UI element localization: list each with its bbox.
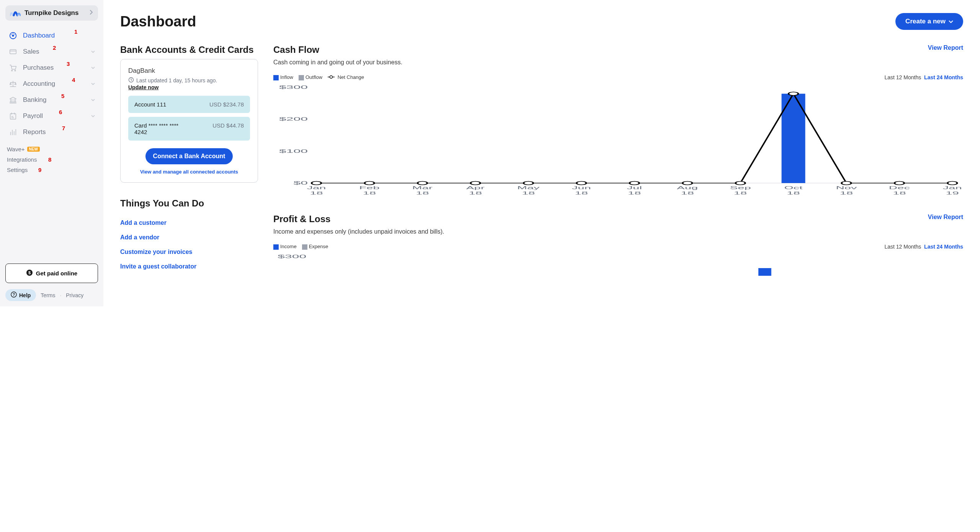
- view-manage-accounts-link[interactable]: View and manage all connected accounts: [128, 169, 250, 175]
- svg-text:18: 18: [787, 191, 800, 195]
- settings-label: Settings: [7, 167, 28, 173]
- profitloss-subtitle: Income and expenses only (includes unpai…: [273, 228, 444, 235]
- connect-bank-button[interactable]: Connect a Bank Account: [145, 148, 233, 164]
- svg-text:Aug: Aug: [677, 185, 698, 190]
- svg-text:18: 18: [575, 191, 588, 195]
- svg-text:?: ?: [13, 293, 15, 297]
- netchange-legend-label: Net Change: [338, 74, 364, 80]
- terms-link[interactable]: Terms: [41, 292, 55, 298]
- account-row[interactable]: Account 111USD $234.78: [128, 96, 250, 113]
- annotation-number: 3: [67, 61, 70, 67]
- cashflow-chart: $0$100$200$300Jan18Feb18Mar18Apr18May18J…: [273, 83, 963, 198]
- sidebar-item-integrations[interactable]: Integrations 8: [7, 154, 96, 165]
- balance-icon: [8, 80, 18, 88]
- svg-text:18: 18: [840, 191, 853, 195]
- chevron-down-icon: [91, 81, 95, 87]
- inflow-swatch-icon: [273, 75, 279, 80]
- profitloss-view-report-link[interactable]: View Report: [928, 214, 963, 221]
- svg-point-1: [12, 34, 14, 37]
- profitloss-last24-toggle[interactable]: Last 24 Months: [924, 244, 963, 250]
- create-new-button[interactable]: Create a new: [895, 13, 963, 30]
- cashflow-last12-toggle[interactable]: Last 12 Months: [884, 74, 921, 80]
- svg-text:$300: $300: [278, 254, 306, 259]
- clock-icon: [128, 77, 134, 84]
- inflow-legend-label: Inflow: [280, 74, 293, 80]
- svg-text:Jun: Jun: [572, 185, 591, 190]
- svg-text:18: 18: [469, 191, 482, 195]
- svg-text:18: 18: [522, 191, 535, 195]
- annotation-number: 1: [74, 28, 77, 35]
- svg-point-25: [418, 182, 427, 185]
- svg-point-4: [13, 33, 13, 34]
- chevron-down-icon: [91, 49, 95, 54]
- sidebar-item-payroll[interactable]: Payroll6: [5, 108, 98, 124]
- wave-logo-icon: [10, 8, 21, 18]
- account-amount: USD $44.78: [212, 122, 244, 135]
- sidebar-item-sales[interactable]: Sales2: [5, 44, 98, 60]
- sidebar-item-dashboard[interactable]: Dashboard1: [5, 28, 98, 44]
- outflow-swatch-icon: [299, 75, 304, 80]
- sidebar-item-settings[interactable]: Settings 9: [7, 165, 96, 175]
- company-selector[interactable]: Turnpike Designs: [5, 5, 98, 21]
- netchange-marker-icon: [328, 75, 335, 80]
- cashflow-last24-toggle[interactable]: Last 24 Months: [924, 74, 963, 80]
- cashflow-subtitle: Cash coming in and going out of your bus…: [273, 59, 402, 66]
- nav-label: Payroll: [23, 112, 86, 120]
- svg-point-30: [683, 182, 692, 185]
- svg-point-8: [15, 70, 16, 71]
- things-section-title: Things You Can Do: [120, 198, 258, 209]
- sidebar-item-waveplus[interactable]: Wave+ NEW: [7, 144, 96, 154]
- action-link[interactable]: Add a customer: [120, 216, 258, 230]
- svg-text:Jan: Jan: [943, 185, 962, 190]
- dashboard-icon: [8, 31, 18, 40]
- waveplus-label: Wave+: [7, 146, 25, 152]
- annotation-number: 7: [62, 125, 65, 131]
- sidebar-item-reports[interactable]: Reports7: [5, 124, 98, 140]
- legend-outflow: Outflow: [299, 74, 322, 80]
- svg-text:Mar: Mar: [412, 185, 433, 190]
- nav-label: Banking: [23, 96, 86, 104]
- action-link[interactable]: Customize your invoices: [120, 245, 258, 259]
- help-label: Help: [19, 292, 31, 298]
- payroll-icon: [8, 112, 18, 120]
- account-label: Card **** **** **** 4242: [134, 122, 188, 135]
- svg-text:18: 18: [893, 191, 906, 195]
- nav-label: Purchases: [23, 64, 86, 72]
- help-button[interactable]: ? Help: [5, 289, 36, 301]
- svg-text:Feb: Feb: [359, 185, 379, 190]
- get-paid-online-button[interactable]: $ Get paid online: [5, 264, 98, 283]
- sidebar-item-banking[interactable]: Banking5: [5, 92, 98, 108]
- income-legend-label: Income: [280, 244, 297, 249]
- expense-legend-label: Expense: [309, 244, 328, 249]
- legend-inflow: Inflow: [273, 74, 293, 80]
- update-now-link[interactable]: Update now: [128, 84, 158, 90]
- expense-swatch-icon: [302, 244, 307, 250]
- svg-text:18: 18: [416, 191, 429, 195]
- account-label: Account 111: [134, 101, 166, 108]
- svg-rect-5: [10, 50, 16, 54]
- svg-point-16: [330, 76, 333, 79]
- chevron-down-icon: [91, 65, 95, 70]
- profitloss-last12-toggle[interactable]: Last 12 Months: [884, 244, 921, 250]
- svg-point-24: [364, 182, 374, 185]
- sidebar-item-accounting[interactable]: Accounting4: [5, 76, 98, 92]
- action-link[interactable]: Invite a guest collaborator: [120, 259, 258, 274]
- last-updated-text: Last updated 1 day, 15 hours ago.: [136, 77, 217, 83]
- svg-text:19: 19: [946, 191, 959, 195]
- action-link[interactable]: Add a vendor: [120, 230, 258, 245]
- svg-text:18: 18: [310, 191, 323, 195]
- help-icon: ?: [11, 291, 17, 299]
- reports-icon: [8, 128, 18, 136]
- svg-point-35: [947, 182, 957, 185]
- company-name: Turnpike Designs: [24, 9, 86, 17]
- privacy-link[interactable]: Privacy: [66, 292, 83, 298]
- chevron-down-icon: [91, 113, 95, 119]
- bank-card: DagBank Last updated 1 day, 15 hours ago…: [120, 59, 258, 183]
- account-row[interactable]: Card **** **** **** 4242USD $44.78: [128, 117, 250, 141]
- cashflow-view-report-link[interactable]: View Report: [928, 44, 963, 51]
- svg-point-33: [841, 182, 851, 185]
- svg-text:Nov: Nov: [836, 185, 857, 190]
- sidebar-item-purchases[interactable]: Purchases3: [5, 60, 98, 76]
- annotation-number: 5: [61, 93, 64, 99]
- new-badge: NEW: [27, 147, 40, 152]
